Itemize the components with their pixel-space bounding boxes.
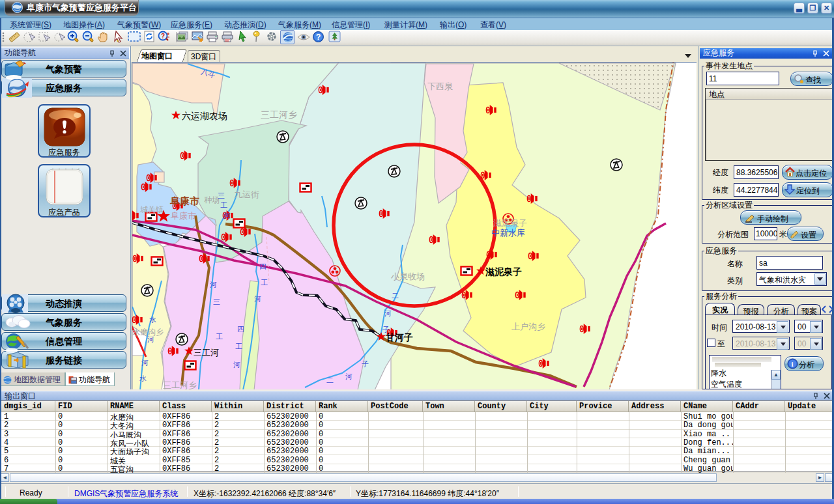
svg-text:河: 河 <box>210 281 217 288</box>
svg-text:工: 工 <box>261 279 268 287</box>
svg-text:甘河子: 甘河子 <box>385 332 413 343</box>
svg-text:河: 河 <box>345 372 352 380</box>
svg-text:六运湖农场: 六运湖农场 <box>182 111 227 121</box>
svg-text:三工河乡: 三工河乡 <box>163 380 197 389</box>
svg-text:?: ? <box>161 33 165 40</box>
svg-text:阜康市: 阜康市 <box>169 195 199 206</box>
svg-text:河: 河 <box>254 295 261 303</box>
svg-text:水: 水 <box>149 316 156 324</box>
svg-text:三工河: 三工河 <box>194 348 219 357</box>
svg-text:二: 二 <box>326 376 334 384</box>
svg-text:工: 工 <box>220 201 227 209</box>
svg-text:河: 河 <box>233 361 240 369</box>
svg-text:子: 子 <box>362 360 369 368</box>
svg-text:四: 四 <box>237 325 244 333</box>
svg-text:城关镇: 城关镇 <box>140 205 164 214</box>
svg-text:二: 二 <box>392 292 399 300</box>
svg-text:工: 工 <box>235 343 242 350</box>
svg-text:子: 子 <box>382 326 390 333</box>
svg-text:三: 三 <box>213 298 220 305</box>
svg-text:河: 河 <box>384 309 392 317</box>
svg-text:中新水库: 中新水库 <box>491 228 525 238</box>
svg-text:九运街: 九运街 <box>234 189 259 199</box>
svg-text:滋泥泉子: 滋泥泉子 <box>485 266 522 277</box>
svg-text:小泉牧场: 小泉牧场 <box>390 272 425 281</box>
svg-text:i: i <box>792 360 794 368</box>
svg-text:河: 河 <box>223 212 231 219</box>
svg-text:?: ? <box>316 33 321 42</box>
svg-text:河: 河 <box>147 335 154 343</box>
svg-text:水: 水 <box>139 374 147 382</box>
svg-text:滋泥泉子: 滋泥泉子 <box>493 218 527 228</box>
svg-text:四: 四 <box>259 262 266 270</box>
svg-text:工: 工 <box>216 333 223 341</box>
svg-text:下西泉: 下西泉 <box>427 81 453 91</box>
svg-text:三工河乡: 三工河乡 <box>261 109 297 120</box>
svg-text:三: 三 <box>218 191 225 199</box>
svg-text:阜康市: 阜康市 <box>171 211 196 221</box>
svg-text:上户沟乡: 上户沟乡 <box>511 322 545 331</box>
svg-text:河: 河 <box>141 359 149 367</box>
